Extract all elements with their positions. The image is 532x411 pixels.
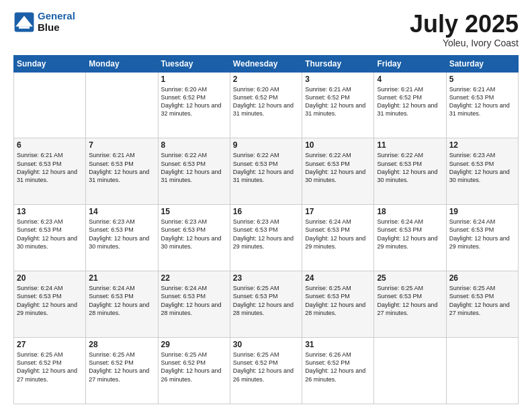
calendar-day: 2Sunrise: 6:20 AM Sunset: 6:52 PM Daylig… [230,72,302,138]
day-number: 16 [233,207,299,216]
day-info: Sunrise: 6:23 AM Sunset: 6:53 PM Dayligh… [161,218,227,250]
calendar-day: 4Sunrise: 6:21 AM Sunset: 6:52 PM Daylig… [374,72,446,138]
day-info: Sunrise: 6:24 AM Sunset: 6:53 PM Dayligh… [377,218,443,250]
calendar-day: 24Sunrise: 6:25 AM Sunset: 6:53 PM Dayli… [302,271,374,338]
day-number: 9 [233,140,299,150]
calendar-header-row: SundayMondayTuesdayWednesdayThursdayFrid… [14,55,519,72]
day-info: Sunrise: 6:22 AM Sunset: 6:53 PM Dayligh… [161,151,227,184]
calendar-day [86,72,158,138]
day-info: Sunrise: 6:22 AM Sunset: 6:53 PM Dayligh… [233,151,299,184]
calendar-day: 23Sunrise: 6:25 AM Sunset: 6:53 PM Dayli… [230,271,302,338]
day-info: Sunrise: 6:25 AM Sunset: 6:53 PM Dayligh… [377,284,443,317]
calendar-day: 3Sunrise: 6:21 AM Sunset: 6:52 PM Daylig… [302,72,374,138]
day-number: 15 [161,207,227,216]
day-info: Sunrise: 6:24 AM Sunset: 6:53 PM Dayligh… [305,218,371,250]
day-number: 11 [377,140,443,150]
day-number: 27 [17,340,83,349]
day-info: Sunrise: 6:20 AM Sunset: 6:52 PM Dayligh… [161,85,227,118]
header: General Blue July 2025 Yoleu, Ivory Coas… [13,11,519,48]
calendar-day [14,72,86,138]
calendar-day [374,338,446,404]
day-header-friday: Friday [374,55,446,72]
day-number: 18 [377,207,443,216]
day-info: Sunrise: 6:21 AM Sunset: 6:52 PM Dayligh… [305,85,371,118]
day-number: 22 [161,273,227,283]
calendar-day: 17Sunrise: 6:24 AM Sunset: 6:53 PM Dayli… [302,205,374,271]
day-info: Sunrise: 6:21 AM Sunset: 6:52 PM Dayligh… [377,85,443,118]
day-number: 29 [161,340,227,349]
day-info: Sunrise: 6:23 AM Sunset: 6:53 PM Dayligh… [449,151,515,184]
day-info: Sunrise: 6:24 AM Sunset: 6:53 PM Dayligh… [17,284,83,317]
day-number: 28 [89,340,154,349]
logo-text: General Blue [38,11,75,33]
day-number: 26 [449,273,515,283]
day-info: Sunrise: 6:24 AM Sunset: 6:53 PM Dayligh… [449,218,515,250]
day-info: Sunrise: 6:26 AM Sunset: 6:52 PM Dayligh… [305,351,371,383]
day-number: 20 [17,273,83,283]
day-number: 19 [449,207,515,216]
day-info: Sunrise: 6:25 AM Sunset: 6:53 PM Dayligh… [305,284,371,317]
calendar-week-row: 20Sunrise: 6:24 AM Sunset: 6:53 PM Dayli… [14,271,519,338]
calendar-day: 5Sunrise: 6:21 AM Sunset: 6:53 PM Daylig… [446,72,518,138]
calendar-day: 11Sunrise: 6:22 AM Sunset: 6:53 PM Dayli… [374,138,446,205]
calendar-day: 8Sunrise: 6:22 AM Sunset: 6:53 PM Daylig… [158,138,230,205]
calendar-day: 27Sunrise: 6:25 AM Sunset: 6:52 PM Dayli… [14,338,86,404]
calendar-day: 20Sunrise: 6:24 AM Sunset: 6:53 PM Dayli… [14,271,86,338]
calendar-day: 9Sunrise: 6:22 AM Sunset: 6:53 PM Daylig… [230,138,302,205]
calendar-day: 30Sunrise: 6:25 AM Sunset: 6:52 PM Dayli… [230,338,302,404]
day-info: Sunrise: 6:21 AM Sunset: 6:53 PM Dayligh… [449,85,515,118]
day-number: 6 [17,140,83,150]
day-info: Sunrise: 6:22 AM Sunset: 6:53 PM Dayligh… [377,151,443,184]
calendar-day: 26Sunrise: 6:25 AM Sunset: 6:53 PM Dayli… [446,271,518,338]
calendar-day: 28Sunrise: 6:25 AM Sunset: 6:52 PM Dayli… [86,338,158,404]
day-info: Sunrise: 6:23 AM Sunset: 6:53 PM Dayligh… [233,218,299,250]
day-number: 23 [233,273,299,283]
day-number: 25 [377,273,443,283]
day-number: 24 [305,273,371,283]
day-header-thursday: Thursday [302,55,374,72]
day-info: Sunrise: 6:25 AM Sunset: 6:53 PM Dayligh… [449,284,515,317]
calendar-week-row: 27Sunrise: 6:25 AM Sunset: 6:52 PM Dayli… [14,338,519,404]
calendar-day: 16Sunrise: 6:23 AM Sunset: 6:53 PM Dayli… [230,205,302,271]
day-header-sunday: Sunday [14,55,86,72]
day-number: 10 [305,140,371,150]
page: General Blue July 2025 Yoleu, Ivory Coas… [0,0,532,411]
day-header-saturday: Saturday [446,55,518,72]
day-number: 21 [89,273,154,283]
day-info: Sunrise: 6:25 AM Sunset: 6:52 PM Dayligh… [17,351,83,383]
day-info: Sunrise: 6:20 AM Sunset: 6:52 PM Dayligh… [233,85,299,118]
day-info: Sunrise: 6:24 AM Sunset: 6:53 PM Dayligh… [161,284,227,317]
logo: General Blue [13,11,75,33]
day-header-monday: Monday [86,55,158,72]
day-header-tuesday: Tuesday [158,55,230,72]
day-number: 1 [161,75,227,84]
calendar-day: 31Sunrise: 6:26 AM Sunset: 6:52 PM Dayli… [302,338,374,404]
day-number: 7 [89,140,154,150]
day-number: 31 [305,340,371,349]
day-number: 2 [233,75,299,84]
calendar-day: 22Sunrise: 6:24 AM Sunset: 6:53 PM Dayli… [158,271,230,338]
day-number: 30 [233,340,299,349]
day-info: Sunrise: 6:21 AM Sunset: 6:53 PM Dayligh… [17,151,83,184]
calendar-table: SundayMondayTuesdayWednesdayThursdayFrid… [13,55,519,404]
calendar-day: 1Sunrise: 6:20 AM Sunset: 6:52 PM Daylig… [158,72,230,138]
day-number: 13 [17,207,83,216]
calendar-day: 12Sunrise: 6:23 AM Sunset: 6:53 PM Dayli… [446,138,518,205]
calendar-day: 25Sunrise: 6:25 AM Sunset: 6:53 PM Dayli… [374,271,446,338]
calendar-week-row: 6Sunrise: 6:21 AM Sunset: 6:53 PM Daylig… [14,138,519,205]
day-info: Sunrise: 6:23 AM Sunset: 6:53 PM Dayligh… [17,218,83,250]
day-number: 8 [161,140,227,150]
calendar-day [446,338,518,404]
calendar-day: 14Sunrise: 6:23 AM Sunset: 6:53 PM Dayli… [86,205,158,271]
calendar-day: 10Sunrise: 6:22 AM Sunset: 6:53 PM Dayli… [302,138,374,205]
calendar-day: 21Sunrise: 6:24 AM Sunset: 6:53 PM Dayli… [86,271,158,338]
svg-rect-2 [19,26,30,28]
day-number: 3 [305,75,371,84]
calendar-day: 6Sunrise: 6:21 AM Sunset: 6:53 PM Daylig… [14,138,86,205]
calendar-week-row: 13Sunrise: 6:23 AM Sunset: 6:53 PM Dayli… [14,205,519,271]
calendar-day: 19Sunrise: 6:24 AM Sunset: 6:53 PM Dayli… [446,205,518,271]
location: Yoleu, Ivory Coast [410,38,519,48]
calendar-day: 7Sunrise: 6:21 AM Sunset: 6:53 PM Daylig… [86,138,158,205]
day-number: 4 [377,75,443,84]
calendar-day: 29Sunrise: 6:25 AM Sunset: 6:52 PM Dayli… [158,338,230,404]
